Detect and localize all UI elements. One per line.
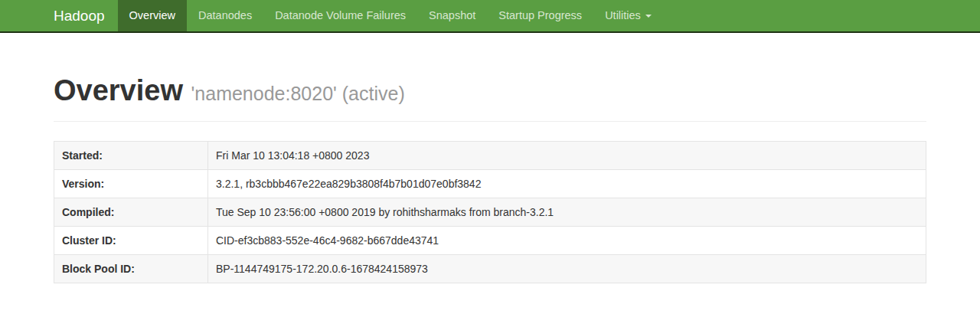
nav-item-label: Startup Progress — [498, 9, 582, 21]
nav-item-startup-progress[interactable]: Startup Progress — [487, 0, 593, 31]
nav-item-label: Utilities — [605, 9, 641, 21]
nav-item-label: Snapshot — [429, 9, 475, 21]
table-row-started: Started: Fri Mar 10 13:04:18 +0800 2023 — [54, 141, 926, 169]
nav-item-overview[interactable]: Overview — [118, 0, 187, 31]
page-title-text: Overview — [54, 74, 183, 106]
page-title: Overview 'namenode:8020' (active) — [54, 75, 926, 107]
row-label: Block Pool ID: — [54, 254, 208, 283]
row-value: Fri Mar 10 13:04:18 +0800 2023 — [208, 141, 926, 169]
row-label: Version: — [54, 169, 208, 198]
row-value: Tue Sep 10 23:56:00 +0800 2019 by rohith… — [208, 198, 926, 226]
nav-item-snapshot[interactable]: Snapshot — [417, 0, 487, 31]
table-row-block-pool-id: Block Pool ID: BP-1144749175-172.20.0.6-… — [54, 254, 926, 283]
row-label: Compiled: — [54, 198, 208, 226]
nav-item-datanodes[interactable]: Datanodes — [187, 0, 263, 31]
row-value: CID-ef3cb883-552e-46c4-9682-b667dde43741 — [208, 226, 926, 254]
caret-down-icon — [645, 15, 652, 18]
page-subtitle: 'namenode:8020' (active) — [191, 83, 405, 104]
row-label: Started: — [54, 141, 208, 169]
nav-item-datanode-volume-failures[interactable]: Datanode Volume Failures — [263, 0, 417, 31]
main-content: Overview 'namenode:8020' (active) Starte… — [42, 75, 938, 283]
nav-item-label: Overview — [129, 9, 175, 21]
row-value: BP-1144749175-172.20.0.6-1678424158973 — [208, 254, 926, 283]
navbar: Hadoop Overview Datanodes Datanode Volum… — [0, 0, 980, 33]
nav-menu: Overview Datanodes Datanode Volume Failu… — [118, 0, 663, 31]
table-row-compiled: Compiled: Tue Sep 10 23:56:00 +0800 2019… — [54, 198, 926, 226]
row-value: 3.2.1, rb3cbbb467e22ea829b3808f4b7b01d07… — [208, 169, 926, 198]
row-label: Cluster ID: — [54, 226, 208, 254]
brand-hadoop-link[interactable]: Hadoop — [54, 0, 116, 31]
table-row-version: Version: 3.2.1, rb3cbbb467e22ea829b3808f… — [54, 169, 926, 198]
navbar-container: Hadoop Overview Datanodes Datanode Volum… — [42, 0, 938, 31]
table-row-cluster-id: Cluster ID: CID-ef3cb883-552e-46c4-9682-… — [54, 226, 926, 254]
nav-item-utilities-dropdown[interactable]: Utilities — [593, 0, 663, 31]
nav-item-label: Datanodes — [198, 9, 252, 21]
nav-item-label: Datanode Volume Failures — [275, 9, 406, 21]
divider — [54, 121, 926, 122]
page: Hadoop Overview Datanodes Datanode Volum… — [0, 0, 980, 314]
overview-info-table: Started: Fri Mar 10 13:04:18 +0800 2023 … — [54, 141, 926, 283]
